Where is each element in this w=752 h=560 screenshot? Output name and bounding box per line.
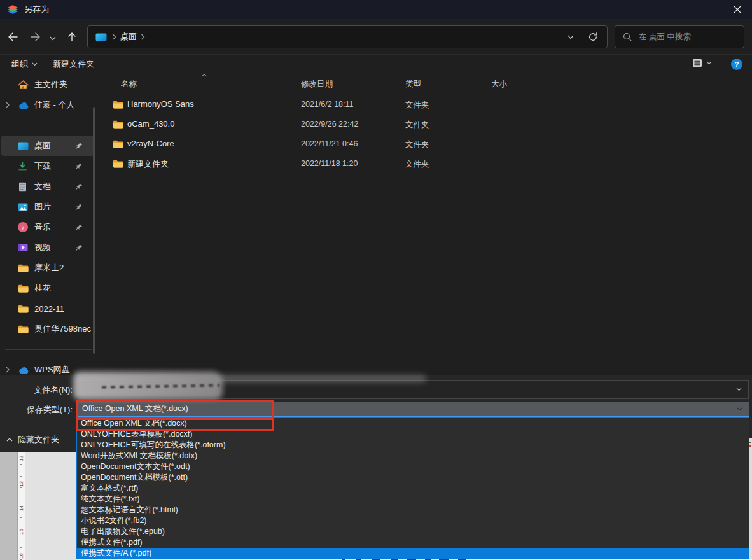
new-folder-button[interactable]: 新建文件夹	[53, 59, 94, 70]
sidebar-item-folder[interactable]: 2022-11	[1, 298, 94, 319]
breadcrumb[interactable]: 桌面	[120, 31, 137, 43]
up-icon	[67, 32, 77, 42]
column-separator[interactable]	[541, 76, 541, 90]
filetype-dropdown-list: Office Open XML 文档(*.docx) ONLYOFFICE表单模…	[76, 417, 749, 559]
file-name: oCam_430.0	[127, 119, 174, 129]
file-row[interactable]: 新建文件夹 2022/11/18 1:20 文件夹	[102, 154, 547, 174]
folder-icon	[18, 325, 29, 333]
file-date: 2022/11/21 0:46	[301, 139, 358, 148]
address-bar[interactable]: 桌面	[87, 25, 608, 48]
background-mark	[749, 442, 751, 443]
file-name: HarmonyOS Sans	[127, 99, 194, 109]
sidebar-item-folder[interactable]: 奥佳华7598nec	[1, 319, 94, 339]
sidebar-item-desktop[interactable]: 桌面	[1, 136, 94, 156]
ruler-number: 12	[18, 455, 24, 462]
redaction-blur	[216, 375, 426, 382]
folder-icon	[18, 284, 29, 293]
filetype-option[interactable]: 超文本标记语言文件(*.html)	[77, 505, 749, 515]
column-header-date[interactable]: 修改日期	[301, 79, 333, 90]
music-icon: ♪	[18, 222, 28, 232]
sidebar-item-folder[interactable]: 摩米士2	[1, 258, 94, 278]
organize-button[interactable]: 组织	[11, 59, 38, 70]
help-button[interactable]: ?	[731, 59, 742, 70]
sidebar-item-onedrive[interactable]: 佳豪 - 个人	[1, 95, 94, 115]
chevron-down-icon	[32, 62, 38, 66]
sidebar-item-pictures[interactable]: 图片	[1, 197, 94, 217]
sidebar-item-label: 摩米士2	[34, 262, 64, 274]
divider	[0, 54, 752, 55]
file-row[interactable]: HarmonyOS Sans 2021/6/2 18:11 文件夹	[102, 95, 547, 115]
filetype-option[interactable]: 电子出版物文件(*.epub)	[77, 526, 749, 537]
ruler-number: 16	[18, 552, 24, 559]
forward-button[interactable]	[27, 28, 45, 46]
ruler-number: 13	[18, 480, 24, 487]
chevron-down-icon	[706, 61, 712, 65]
view-options-button[interactable]	[692, 59, 712, 67]
column-header-name[interactable]: 名称	[121, 79, 137, 90]
sidebar-item-label: 图片	[34, 201, 51, 213]
window-title: 另存为	[24, 4, 49, 15]
sidebar-item-videos[interactable]: 视频	[1, 237, 94, 258]
vertical-ruler: 12 13 14 15 16	[17, 452, 25, 560]
back-button[interactable]	[4, 28, 22, 46]
expander-chevron-icon[interactable]	[5, 367, 10, 373]
document-icon	[18, 182, 27, 192]
back-icon	[7, 32, 18, 42]
filetype-option[interactable]: 纯文本文件(*.txt)	[77, 494, 749, 505]
sidebar-item-documents[interactable]: 文档	[1, 176, 94, 197]
file-date: 2022/11/18 1:20	[301, 159, 358, 168]
search-input[interactable]: 在 桌面 中搜索	[615, 25, 744, 48]
column-separator[interactable]	[398, 76, 398, 90]
savetype-label: 保存类型(T):	[0, 404, 73, 416]
folder-icon	[113, 120, 123, 129]
pin-icon	[75, 162, 83, 170]
ruler-number: 14	[18, 505, 24, 512]
sidebar-item-downloads[interactable]: 下载	[1, 156, 94, 176]
desktop-icon	[18, 142, 29, 150]
filetype-option-highlighted[interactable]: 便携式文件/A (*.pdf)	[77, 548, 749, 559]
sidebar-item-label: 下载	[34, 160, 51, 172]
filetype-option[interactable]: Word开放式XML文档模板(*.dotx)	[77, 451, 749, 461]
up-button[interactable]	[63, 28, 81, 46]
search-icon	[623, 32, 632, 42]
filetype-option[interactable]: 小说书2文件(*.fb2)	[77, 515, 749, 526]
file-date: 2022/9/26 22:42	[301, 120, 358, 129]
sidebar-scrollbar[interactable]	[93, 107, 95, 354]
onedrive-cloud-icon	[18, 101, 30, 109]
app-logo-icon	[6, 4, 19, 15]
close-button[interactable]	[723, 0, 752, 19]
filetype-option[interactable]: OpenDocument文本文件(*.odt)	[77, 461, 749, 472]
file-type: 文件夹	[405, 120, 429, 130]
recent-locations-button[interactable]	[46, 29, 60, 47]
folder-icon	[113, 160, 123, 168]
sidebar-item-music[interactable]: ♪ 音乐	[1, 217, 94, 237]
filetype-option[interactable]: ONLYOFFICE可填写的在线表格(*.oform)	[77, 440, 749, 451]
chevron-down-icon	[737, 407, 742, 411]
column-separator[interactable]	[484, 76, 484, 90]
column-separator[interactable]	[296, 76, 296, 90]
filetype-option[interactable]: 便携式文件(*.pdf)	[77, 537, 749, 548]
search-placeholder: 在 桌面 中搜索	[639, 32, 691, 43]
file-row[interactable]: oCam_430.0 2022/9/26 22:42 文件夹	[102, 115, 547, 134]
filetype-option[interactable]: OpenDocument文档模板(*.ott)	[77, 472, 749, 483]
annotation-rectangle	[76, 418, 274, 431]
column-header-type[interactable]: 类型	[405, 79, 421, 90]
background-mark	[749, 445, 751, 447]
sidebar-item-label: WPS网盘	[34, 364, 70, 375]
download-icon	[18, 162, 27, 171]
column-header-size[interactable]: 大小	[491, 79, 507, 90]
filename-label: 文件名(N):	[0, 384, 73, 396]
home-icon	[18, 80, 29, 90]
refresh-icon[interactable]	[588, 32, 598, 42]
sidebar-section-divider	[5, 349, 92, 350]
sidebar-item-folder[interactable]: 桂花	[1, 278, 94, 298]
address-dropdown-icon[interactable]	[567, 35, 574, 39]
file-row[interactable]: v2rayN-Core 2022/11/21 0:46 文件夹	[102, 134, 547, 154]
filetype-option[interactable]: 富文本格式(*.rtf)	[77, 483, 749, 494]
hide-folders-button[interactable]: 隐藏文件夹	[6, 434, 59, 445]
expander-chevron-icon[interactable]	[5, 102, 10, 108]
editor-margin	[0, 452, 17, 560]
folder-icon	[113, 101, 123, 109]
sidebar-item-home[interactable]: 主文件夹	[1, 74, 94, 95]
annotation-rectangle	[76, 400, 274, 419]
